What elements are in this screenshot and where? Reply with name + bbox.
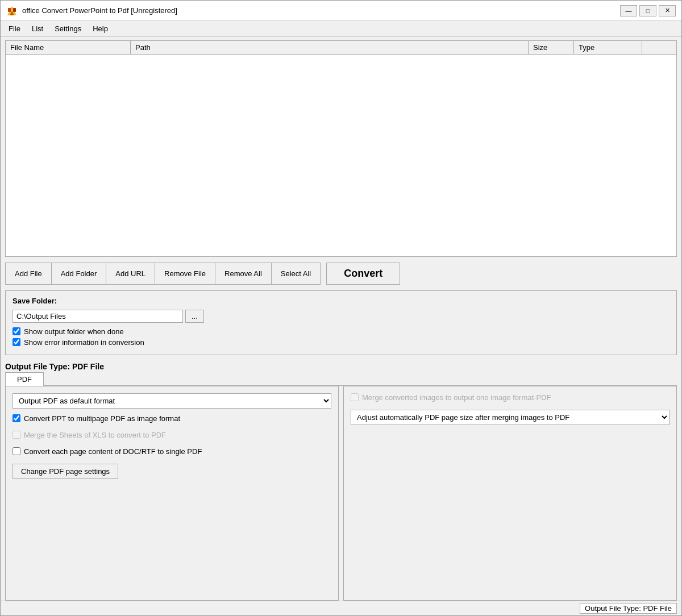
col-size: Size	[529, 41, 574, 54]
show-output-folder-row: Show output folder when done	[13, 327, 669, 336]
output-file-type-label: Output File Type: PDF File	[5, 362, 677, 371]
col-path: Path	[131, 41, 529, 54]
menu-settings[interactable]: Settings	[49, 23, 87, 35]
select-all-button[interactable]: Select All	[271, 263, 321, 285]
merge-images-label: Merge converted images to output one ima…	[362, 393, 551, 402]
merge-images-row: Merge converted images to output one ima…	[351, 393, 669, 402]
status-text: Output File Type: PDF File	[580, 603, 677, 614]
merge-xls-checkbox	[13, 431, 20, 439]
pdf-left-panel: Output PDF as default format Output PDF/…	[5, 386, 339, 601]
col-filename: File Name	[6, 41, 131, 54]
add-url-button[interactable]: Add URL	[106, 263, 155, 285]
col-type: Type	[574, 41, 642, 54]
title-bar: office Convert PowerPoint to Pdf [Unregi…	[1, 1, 681, 21]
save-folder-row: ...	[13, 310, 669, 323]
menu-help[interactable]: Help	[87, 23, 114, 35]
toolbar: Add File Add Folder Add URL Remove File …	[5, 263, 677, 285]
convert-button[interactable]: Convert	[326, 263, 400, 285]
change-pdf-btn-container: Change PDF page settings	[13, 464, 331, 479]
app-icon	[6, 5, 18, 16]
add-folder-button[interactable]: Add Folder	[51, 263, 107, 285]
maximize-button[interactable]: □	[639, 5, 656, 16]
show-error-info-label: Show error information in conversion	[24, 338, 144, 347]
menu-file[interactable]: File	[3, 23, 26, 35]
convert-ppt-multipage-checkbox[interactable]	[13, 414, 20, 422]
format-dropdown[interactable]: Output PDF as default format Output PDF/…	[13, 393, 331, 409]
window-title: office Convert PowerPoint to Pdf [Unregi…	[22, 6, 177, 15]
show-error-info-checkbox[interactable]	[13, 338, 20, 346]
pdf-options-area: Output PDF as default format Output PDF/…	[5, 386, 677, 601]
save-folder-label: Save Folder:	[13, 297, 669, 305]
convert-each-page-row: Convert each page content of DOC/RTF to …	[13, 447, 331, 456]
remove-file-button[interactable]: Remove File	[155, 263, 215, 285]
menu-bar: File List Settings Help	[1, 21, 681, 37]
col-extra	[642, 41, 676, 54]
show-output-folder-checkbox[interactable]	[13, 327, 20, 335]
tab-pdf[interactable]: PDF	[5, 372, 44, 386]
menu-list[interactable]: List	[26, 23, 49, 35]
remove-all-button[interactable]: Remove All	[215, 263, 272, 285]
svg-rect-3	[8, 8, 11, 12]
adjust-pdf-size-dropdown[interactable]: Adjust automatically PDF page size after…	[351, 410, 669, 425]
convert-ppt-multipage-label: Convert PPT to multipage PDF as image fo…	[24, 414, 180, 423]
show-output-folder-label: Show output folder when done	[24, 327, 124, 336]
tabs-bar: PDF	[5, 372, 677, 386]
save-folder-input[interactable]	[13, 310, 183, 323]
title-bar-left: office Convert PowerPoint to Pdf [Unregi…	[6, 5, 177, 16]
status-bar: Output File Type: PDF File	[1, 601, 681, 615]
convert-ppt-multipage-row: Convert PPT to multipage PDF as image fo…	[13, 414, 331, 423]
minimize-button[interactable]: —	[620, 5, 637, 16]
title-bar-buttons: — □ ✕	[620, 5, 676, 16]
show-error-info-row: Show error information in conversion	[13, 338, 669, 347]
save-folder-section: Save Folder: ... Show output folder when…	[5, 290, 677, 355]
add-file-button[interactable]: Add File	[5, 263, 52, 285]
merge-xls-label: Merge the Sheets of XLS to convert to PD…	[24, 431, 166, 439]
svg-rect-4	[13, 8, 16, 12]
merge-images-checkbox	[351, 393, 359, 401]
change-pdf-settings-button[interactable]: Change PDF page settings	[13, 464, 118, 479]
file-table-body	[6, 55, 676, 256]
close-button[interactable]: ✕	[659, 5, 676, 16]
browse-button[interactable]: ...	[185, 310, 204, 323]
convert-each-page-label: Convert each page content of DOC/RTF to …	[24, 447, 202, 456]
file-table-header: File Name Path Size Type	[6, 41, 676, 55]
convert-each-page-checkbox[interactable]	[13, 447, 20, 455]
main-window: office Convert PowerPoint to Pdf [Unregi…	[0, 0, 682, 616]
merge-xls-row: Merge the Sheets of XLS to convert to PD…	[13, 431, 331, 439]
pdf-right-panel: Merge converted images to output one ima…	[343, 386, 677, 601]
file-table: File Name Path Size Type	[5, 40, 677, 257]
